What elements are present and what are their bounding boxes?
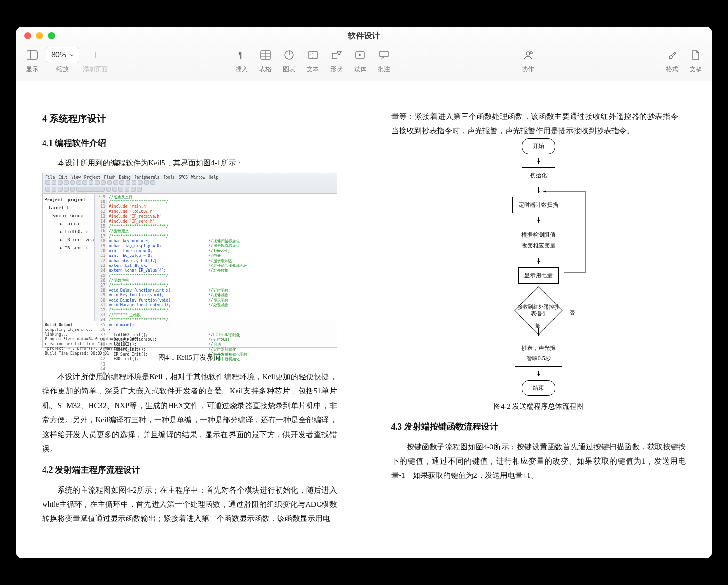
tb-insert[interactable]: ¶ 插入 <box>232 47 252 73</box>
media-icon <box>350 47 370 63</box>
heading-4-3: 4.3 发射端按键函数流程设计 <box>391 419 686 435</box>
shape-icon <box>327 47 346 63</box>
flow-init: 初始化 <box>522 167 555 184</box>
heading-4: 4 系统程序设计 <box>42 110 337 128</box>
collaborate-icon <box>518 47 538 63</box>
keil-code-editor: 8 9 10 11 12 13 14 15 16 17 18 19 20 21 … <box>95 194 337 321</box>
svg-rect-14 <box>380 51 388 57</box>
chart-icon <box>279 47 299 63</box>
keil-toolbar-2 <box>43 186 337 193</box>
svg-point-15 <box>526 52 530 55</box>
svg-marker-13 <box>359 54 362 56</box>
flow-label-yes: 是 <box>535 320 540 330</box>
flowchart-42: 开始 初始化 定时器计数扫描 根据检测阻值改变相应变量 显示用电量 接收到红外遥… <box>477 138 600 396</box>
brush-icon <box>662 47 682 63</box>
plus-icon <box>85 47 105 63</box>
tb-add-page[interactable]: 添加页面 <box>83 47 108 73</box>
para-42: 系统的主流程图如图4-2所示；在主程序中：首先对各个模块进行初始化，随后进入wh… <box>42 483 337 526</box>
tb-table[interactable]: 表格 <box>255 47 275 73</box>
tb-text[interactable]: 字 文本 <box>303 47 323 73</box>
pilcrow-icon: ¶ <box>232 47 252 63</box>
heading-4-2: 4.2 发射端主程序流程设计 <box>42 462 337 478</box>
toolbar: 显示 80% 缩放 添加页面 ¶ 插入 表格 <box>16 44 712 81</box>
text-icon: 字 <box>303 47 323 63</box>
intro-para: 本设计所用到的编程软件为Keil5，其界面如图4-1所示： <box>42 156 337 170</box>
comment-icon <box>374 47 394 63</box>
document-icon <box>686 47 706 63</box>
svg-marker-17 <box>543 190 546 193</box>
flow-action: 抄表，声光报警响0.5秒 <box>515 340 562 367</box>
tb-collaborate[interactable]: 协作 <box>518 47 538 73</box>
svg-text:¶: ¶ <box>238 50 243 60</box>
page-right[interactable]: 量等；紧接着进入第三个函数处理函数，该函数主要通过接收红外遥控器的抄表指令，当接… <box>365 81 713 558</box>
page-left[interactable]: 4 系统程序设计 4.1 编程软件介绍 本设计所用到的编程软件为Keil5，其界… <box>16 81 364 558</box>
zoom-select[interactable]: 80% <box>46 47 79 63</box>
titlebar: 软件设计 <box>16 27 712 44</box>
keil-top-bars: FileEditViewProjectFlashDebugPeripherals… <box>43 173 337 194</box>
keil5-screenshot: FileEditViewProjectFlashDebugPeripherals… <box>42 173 337 348</box>
tb-shape[interactable]: 形状 <box>327 47 346 73</box>
para-42-cont: 量等；紧接着进入第三个函数处理函数，该函数主要通过接收红外遥控器的抄表指令，当接… <box>391 110 686 138</box>
flow-check: 根据检测阻值改变相应变量 <box>515 227 562 254</box>
svg-marker-11 <box>337 51 341 55</box>
app-window: 软件设计 显示 80% 缩放 添加页面 ¶ 插入 <box>16 27 712 558</box>
chevron-down-icon <box>69 54 74 57</box>
tb-chart[interactable]: 图表 <box>279 47 299 73</box>
sidebar-icon <box>22 47 42 63</box>
window-title: 软件设计 <box>16 30 712 41</box>
tb-format[interactable]: 格式 <box>662 47 682 73</box>
flow-start: 开始 <box>522 138 555 154</box>
svg-rect-0 <box>27 51 37 59</box>
fig42-caption: 图4-2 发送端程序总体流程图 <box>391 400 686 413</box>
keil-toolbar-1 <box>43 180 337 186</box>
tb-media[interactable]: 媒体 <box>350 47 370 73</box>
flow-end: 结束 <box>522 380 555 396</box>
tb-document[interactable]: 文稿 <box>686 47 706 73</box>
heading-4-1: 4.1 编程软件介绍 <box>42 135 337 151</box>
keil-project-tree: Project: project Target 1 Source Group 1… <box>43 194 95 321</box>
flow-label-no: 否 <box>570 308 575 318</box>
document-area: 4 系统程序设计 4.1 编程软件介绍 本设计所用到的编程软件为Keil5，其界… <box>16 81 712 558</box>
para-41: 本设计所使用的编程环境是Keil，相对于其他软件编程环境，Keil更加的轻便快捷… <box>42 370 337 456</box>
flow-decision: 接收到红外遥控抄表指令 否 是 <box>512 297 564 324</box>
svg-text:字: 字 <box>310 53 316 58</box>
tb-comment[interactable]: 批注 <box>374 47 394 73</box>
tb-zoom[interactable]: 80% 缩放 <box>46 47 79 73</box>
svg-point-16 <box>530 52 532 54</box>
tb-view[interactable]: 显示 <box>22 47 42 73</box>
table-icon <box>255 47 275 63</box>
keil-menu: FileEditViewProjectFlashDebugPeripherals… <box>43 173 337 180</box>
svg-rect-10 <box>332 53 337 59</box>
para-43: 按键函数子流程图如图4-3所示；按键设置函数首先通过按键扫描函数，获取按键按下的… <box>391 440 686 483</box>
zoom-value: 80% <box>51 51 66 59</box>
flow-show: 显示用电量 <box>518 267 559 284</box>
flow-timer: 定时器计数扫描 <box>512 197 564 213</box>
